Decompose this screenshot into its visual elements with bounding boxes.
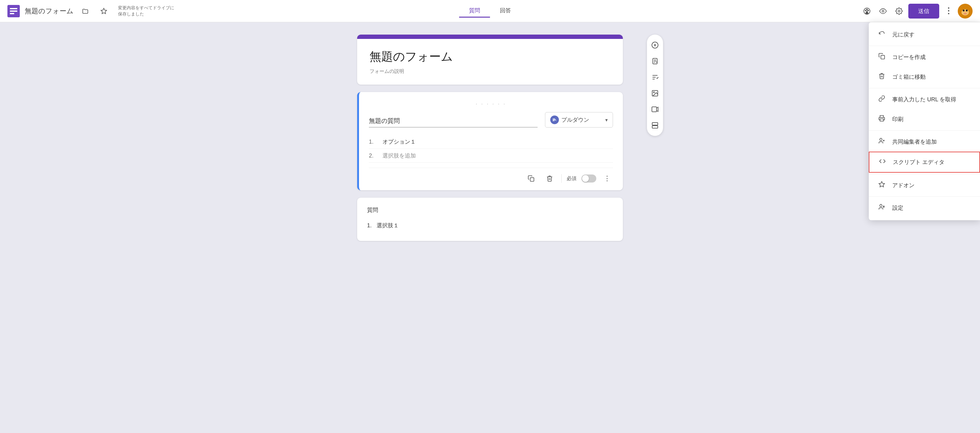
- question-more-btn[interactable]: ⋮: [601, 172, 613, 185]
- menu-divider-3: [869, 130, 980, 131]
- svg-point-9: [882, 10, 884, 12]
- question-card-1: · · · · · · プルダウン ▾ 1. オ: [357, 92, 623, 190]
- preview-icon-btn[interactable]: [876, 4, 890, 18]
- link-icon: [877, 95, 886, 104]
- menu-item-addon[interactable]: アドオン: [869, 175, 980, 195]
- svg-rect-31: [880, 119, 884, 121]
- send-button[interactable]: 送信: [908, 4, 939, 19]
- svg-rect-30: [881, 55, 885, 59]
- drag-handle: · · · · · ·: [369, 101, 613, 107]
- svg-point-36: [880, 205, 882, 207]
- palette-icon-btn[interactable]: [860, 4, 874, 18]
- add-video-btn[interactable]: [647, 101, 663, 117]
- svg-marker-35: [879, 182, 885, 187]
- option-item-1: 1. オプション１: [369, 135, 613, 149]
- more-menu-btn[interactable]: ⋮: [942, 4, 955, 18]
- menu-label-addon: アドオン: [892, 182, 915, 189]
- star-icon-btn[interactable]: [97, 4, 111, 18]
- script-icon: [878, 158, 887, 167]
- required-toggle[interactable]: [581, 174, 596, 182]
- menu-item-print[interactable]: 印刷: [869, 109, 980, 129]
- q2-option-1: 1. 選択肢１: [367, 219, 613, 232]
- tab-answers[interactable]: 回答: [490, 4, 521, 17]
- form-header-body: 無題のフォーム フォームの説明: [357, 39, 623, 85]
- menu-label-collab: 共同編集者を追加: [892, 138, 937, 146]
- menu-item-script[interactable]: スクリプト エディタ: [869, 152, 980, 173]
- side-toolbar: [647, 35, 663, 136]
- svg-point-7: [867, 9, 867, 10]
- add-question-btn[interactable]: [647, 37, 663, 53]
- tabs: 質問 回答: [459, 4, 521, 17]
- app-title: 無題のフォーム: [25, 6, 73, 16]
- undo-icon: [877, 30, 886, 39]
- settings-icon-btn[interactable]: [892, 4, 906, 18]
- add-section-btn[interactable]: [647, 117, 663, 133]
- option-number-1: 1.: [369, 139, 377, 145]
- svg-rect-29: [652, 126, 658, 128]
- menu-divider-1: [869, 46, 980, 46]
- option-number-2: 2.: [369, 152, 377, 159]
- menu-label-print: 印刷: [892, 116, 904, 123]
- import-question-btn[interactable]: [647, 53, 663, 69]
- menu-label-url: 事前入力した URL を取得: [892, 96, 956, 103]
- form-description: フォームの説明: [369, 68, 611, 75]
- svg-point-37: [883, 206, 885, 207]
- svg-point-8: [868, 10, 869, 11]
- svg-rect-26: [652, 107, 657, 112]
- toggle-thumb: [582, 175, 589, 182]
- copy-icon: [877, 53, 886, 62]
- svg-rect-28: [652, 123, 658, 125]
- type-dropdown[interactable]: プルダウン ▾: [545, 112, 613, 128]
- menu-divider-4: [869, 174, 980, 174]
- dropdown-label: プルダウン: [562, 116, 589, 124]
- question-row: プルダウン ▾: [369, 112, 613, 128]
- menu-item-undo[interactable]: 元に戻す: [869, 25, 980, 44]
- question-input[interactable]: [369, 115, 538, 128]
- main-content: 無題のフォーム フォームの説明 · · · · · · プルダウン ▾: [0, 22, 980, 253]
- option-text-1: オプション１: [382, 138, 416, 146]
- topbar: 無題のフォーム 変更内容をすべてドライブに 保存しました 質問 回答: [0, 0, 980, 22]
- add-image-btn[interactable]: [647, 85, 663, 101]
- svg-point-6: [865, 10, 866, 11]
- side-card: [647, 35, 663, 136]
- form-header-card: 無題のフォーム フォームの説明: [357, 35, 623, 85]
- svg-point-15: [964, 13, 967, 14]
- topbar-right: 送信 ⋮: [860, 4, 973, 19]
- menu-label-undo: 元に戻す: [892, 31, 915, 38]
- svg-rect-3: [10, 13, 14, 14]
- option-text-add: 選択肢を追加: [382, 152, 416, 159]
- trash-icon: [877, 73, 886, 81]
- menu-item-url[interactable]: 事前入力した URL を取得: [869, 90, 980, 109]
- menu-item-trash[interactable]: ゴミ箱に移動: [869, 67, 980, 87]
- form-title: 無題のフォーム: [369, 49, 611, 65]
- menu-item-settings[interactable]: 設定: [869, 198, 980, 218]
- avatar-btn[interactable]: [958, 4, 973, 19]
- delete-question-btn[interactable]: [543, 172, 557, 185]
- svg-marker-4: [101, 8, 107, 13]
- dropdown-icon: [550, 116, 559, 124]
- svg-point-32: [880, 138, 882, 141]
- menu-label-settings: 設定: [892, 204, 904, 212]
- topbar-center: 質問 回答: [459, 4, 521, 17]
- svg-rect-1: [10, 8, 17, 9]
- chevron-down-icon: ▾: [605, 117, 608, 123]
- settings-menu-icon: [877, 203, 886, 212]
- svg-marker-27: [657, 107, 658, 111]
- menu-item-collab[interactable]: 共同編集者を追加: [869, 132, 980, 152]
- form-container: 無題のフォーム フォームの説明 · · · · · · プルダウン ▾: [357, 35, 623, 241]
- folder-icon-btn[interactable]: [78, 4, 92, 18]
- menu-label-script: スクリプト エディタ: [893, 159, 945, 166]
- copy-question-btn[interactable]: [524, 172, 538, 185]
- dropdown-menu: 元に戻す コピーを作成 ゴミ箱に移動: [869, 22, 980, 220]
- tab-questions[interactable]: 質問: [459, 4, 490, 17]
- option-item-add[interactable]: 2. 選択肢を追加: [369, 149, 613, 163]
- svg-point-13: [963, 10, 964, 11]
- required-label: 必須: [566, 175, 576, 182]
- add-title-btn[interactable]: [647, 69, 663, 85]
- save-status: 変更内容をすべてドライブに 保存しました: [118, 5, 174, 17]
- svg-point-25: [654, 92, 654, 93]
- svg-rect-16: [530, 178, 534, 181]
- svg-point-14: [966, 10, 968, 11]
- svg-point-10: [898, 10, 900, 12]
- menu-item-copy[interactable]: コピーを作成: [869, 47, 980, 67]
